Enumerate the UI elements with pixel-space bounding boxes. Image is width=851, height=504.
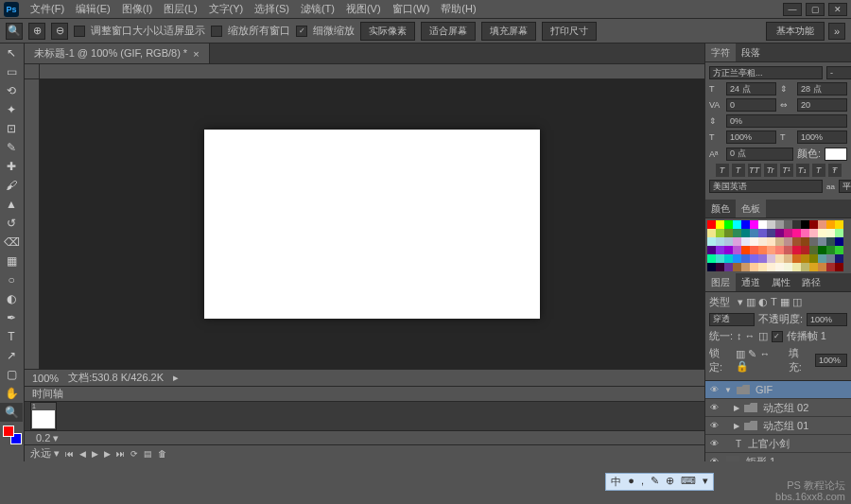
swatch[interactable]: [809, 263, 818, 271]
swatch[interactable]: [758, 246, 767, 254]
swatch[interactable]: [775, 237, 784, 246]
caps-button[interactable]: TT: [748, 164, 761, 177]
menu-file[interactable]: 文件(F): [25, 0, 70, 18]
swatch[interactable]: [792, 263, 801, 271]
swatch[interactable]: [716, 246, 724, 254]
swatch[interactable]: [835, 254, 843, 263]
swatch[interactable]: [758, 237, 767, 246]
loop-selector[interactable]: 永远 ▾: [30, 446, 60, 461]
swatch[interactable]: [809, 220, 818, 229]
swatch[interactable]: [775, 263, 784, 271]
layer-row[interactable]: 👁T上官小剑: [705, 435, 851, 453]
gradient-tool[interactable]: ▦: [0, 252, 23, 270]
layer-row[interactable]: 👁▶动态组 02: [705, 399, 851, 417]
swatch[interactable]: [767, 246, 775, 254]
swatch[interactable]: [750, 246, 758, 254]
visibility-toggle[interactable]: 👁: [705, 457, 722, 461]
zoom-tool[interactable]: 🔍: [0, 403, 23, 422]
timeline-frame[interactable]: 1: [30, 402, 57, 430]
swatch[interactable]: [792, 246, 801, 254]
swatch[interactable]: [784, 229, 792, 237]
swatch[interactable]: [775, 220, 784, 229]
swatch[interactable]: [775, 254, 784, 263]
layers-tab[interactable]: 图层: [705, 273, 736, 291]
move-tool[interactable]: ↖: [0, 43, 23, 62]
swatch[interactable]: [826, 229, 835, 237]
delete-frame-button[interactable]: 🗑: [158, 449, 166, 459]
swatch[interactable]: [826, 220, 835, 229]
swatch[interactable]: [716, 220, 724, 229]
swatch[interactable]: [750, 237, 758, 246]
layer-row[interactable]: 👁▼GIF: [705, 381, 851, 399]
swatch[interactable]: [784, 220, 792, 229]
swatch[interactable]: [792, 254, 801, 263]
swatch[interactable]: [716, 254, 724, 263]
paragraph-tab[interactable]: 段落: [736, 43, 766, 61]
ime-button[interactable]: ●: [626, 475, 636, 489]
last-frame-button[interactable]: ⏭: [116, 449, 125, 459]
eraser-tool[interactable]: ⌫: [0, 233, 23, 252]
marquee-tool[interactable]: ▭: [0, 62, 23, 81]
maximize-button[interactable]: ▢: [806, 3, 825, 16]
swatch[interactable]: [707, 246, 716, 254]
swatch[interactable]: [707, 229, 716, 237]
swatch[interactable]: [767, 254, 775, 263]
swatch[interactable]: [724, 237, 733, 246]
leading-input[interactable]: [797, 82, 847, 96]
underline-button[interactable]: T: [812, 164, 825, 177]
zoom-level[interactable]: 100%: [32, 373, 59, 384]
vscale2-input[interactable]: [797, 130, 847, 144]
swatch[interactable]: [716, 237, 724, 246]
resize-window-checkbox[interactable]: [74, 26, 85, 37]
swatch[interactable]: [750, 263, 758, 271]
brush-tool[interactable]: 🖌: [0, 176, 23, 195]
visibility-toggle[interactable]: 👁: [705, 421, 722, 430]
swatch[interactable]: [775, 246, 784, 254]
swatch[interactable]: [707, 263, 716, 271]
menu-window[interactable]: 窗口(W): [387, 0, 436, 18]
swatch[interactable]: [818, 246, 826, 254]
swatch[interactable]: [818, 237, 826, 246]
swatch[interactable]: [767, 237, 775, 246]
blend-mode-select[interactable]: [709, 313, 755, 326]
swatch[interactable]: [801, 246, 809, 254]
swatch[interactable]: [784, 254, 792, 263]
expand-icon[interactable]: ▶: [734, 422, 739, 430]
swatch[interactable]: [741, 246, 750, 254]
swatch[interactable]: [716, 229, 724, 237]
swatch[interactable]: [724, 254, 733, 263]
swatch[interactable]: [826, 263, 835, 271]
swatch[interactable]: [750, 254, 758, 263]
swatch[interactable]: [835, 220, 843, 229]
visibility-toggle[interactable]: 👁: [705, 385, 722, 394]
swatch[interactable]: [767, 263, 775, 271]
lasso-tool[interactable]: ⟲: [0, 81, 23, 100]
kerning-input[interactable]: [726, 98, 776, 112]
swatch[interactable]: [724, 263, 733, 271]
prev-frame-button[interactable]: ◀: [79, 449, 86, 459]
swatch[interactable]: [809, 229, 818, 237]
color-picker[interactable]: [3, 426, 22, 444]
path-tool[interactable]: ↗: [0, 346, 23, 365]
hand-tool[interactable]: ✋: [0, 384, 23, 403]
swatch[interactable]: [809, 246, 818, 254]
vscale-input[interactable]: [726, 114, 847, 128]
tracking-input[interactable]: [797, 98, 847, 112]
status-arrow-icon[interactable]: ▸: [173, 372, 179, 384]
crop-tool[interactable]: ⊡: [0, 119, 23, 138]
swatch[interactable]: [818, 254, 826, 263]
language-select[interactable]: [709, 180, 823, 193]
swatch[interactable]: [758, 229, 767, 237]
wand-tool[interactable]: ✦: [0, 100, 23, 119]
layer-row[interactable]: 👁▶动态组 01: [705, 417, 851, 435]
heal-tool[interactable]: ✚: [0, 157, 23, 176]
close-button[interactable]: ✕: [828, 3, 847, 16]
menu-filter[interactable]: 滤镜(T): [295, 0, 340, 18]
ime-button[interactable]: 中: [609, 475, 623, 489]
swatch[interactable]: [775, 229, 784, 237]
swatch[interactable]: [758, 220, 767, 229]
zoom-all-checkbox[interactable]: [211, 26, 222, 37]
workspace-selector[interactable]: 基本功能: [766, 22, 825, 41]
swatch[interactable]: [818, 220, 826, 229]
swatch[interactable]: [826, 237, 835, 246]
